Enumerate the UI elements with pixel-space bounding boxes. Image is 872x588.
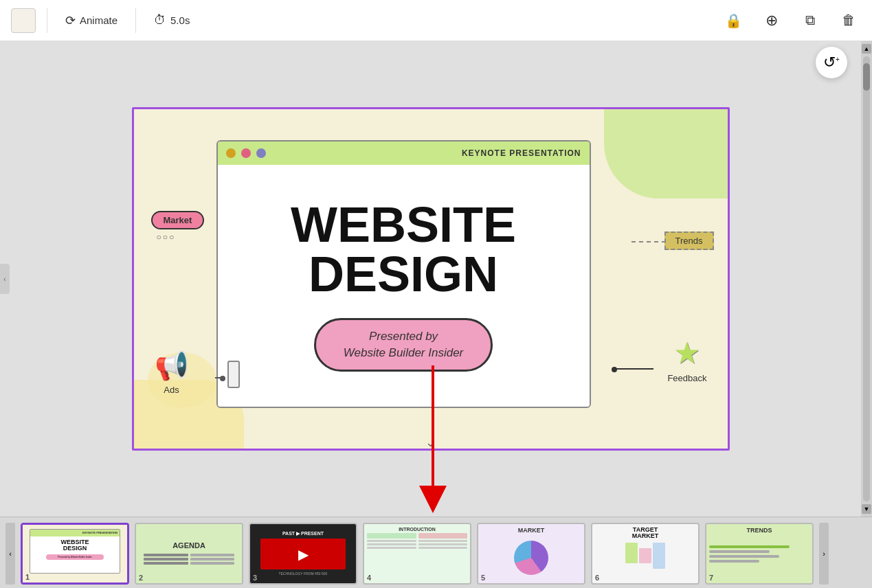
- thumb-num-3: 3: [253, 574, 257, 582]
- annotation-market: Market ○○○: [151, 211, 205, 242]
- ads-label: Ads: [164, 385, 179, 395]
- thumb-num-2: 2: [139, 574, 143, 582]
- ads-dot: [220, 376, 225, 381]
- thumbnail-4[interactable]: INTRODUCTION 4: [363, 523, 471, 585]
- scroll-track[interactable]: [863, 56, 870, 501]
- thumbnail-6[interactable]: TARGETMARKET 6: [591, 523, 700, 585]
- duration-label: 5.0s: [170, 14, 190, 26]
- left-panel-toggle[interactable]: ‹: [0, 264, 10, 294]
- lock-icon: 🔒: [725, 12, 742, 29]
- browser-dot-purple: [256, 148, 266, 158]
- small-rect: [227, 361, 240, 388]
- duplicate-button[interactable]: ⧉: [798, 8, 823, 33]
- svg-marker-1: [419, 486, 447, 513]
- clock-icon: ⏱: [154, 13, 166, 27]
- left-chevron-icon: ‹: [3, 275, 5, 283]
- market-label: Market: [151, 211, 205, 229]
- slide-canvas[interactable]: Market ○○○ Trends KEYNOTE PRESENTATION: [132, 107, 730, 451]
- scroll-up-arrow[interactable]: ▲: [862, 44, 871, 54]
- browser-titlebar: KEYNOTE PRESENTATION: [218, 142, 590, 165]
- trends-connector: [631, 241, 666, 242]
- add-slide-button[interactable]: ⊕: [759, 8, 784, 33]
- market-dots: ○○○: [151, 232, 176, 242]
- trash-icon: 🗑: [842, 12, 856, 28]
- blob-decoration-top-right: [604, 109, 728, 199]
- slide-main-title: WEBSITE DESIGN: [291, 200, 516, 299]
- divider: [47, 8, 47, 33]
- add-icon: ⊕: [765, 12, 778, 30]
- annotation-trends: Trends: [664, 231, 714, 250]
- browser-content: WEBSITE DESIGN Presented byWebsite Build…: [218, 165, 590, 407]
- thumb-num-4: 4: [367, 574, 371, 582]
- feedback-dot: [612, 367, 617, 372]
- star-icon: ★: [673, 335, 700, 370]
- duration-button[interactable]: ⏱ 5.0s: [147, 9, 197, 32]
- thumbnail-7[interactable]: TRENDS 7: [705, 523, 814, 585]
- chevron-down-icon[interactable]: ⌄: [425, 435, 436, 450]
- thumbnail-strip: ‹ KEYNOTE PRESENTATION WEBSITEDESIGN Pre…: [0, 517, 872, 588]
- feedback-label: Feedback: [667, 373, 706, 383]
- scroll-thumb[interactable]: [863, 63, 870, 91]
- lock-button[interactable]: 🔒: [721, 8, 746, 33]
- slide-subtitle: Presented byWebsite Builder Insider: [314, 318, 493, 372]
- thumb-num-1: 1: [25, 573, 30, 581]
- browser-title: KEYNOTE PRESENTATION: [462, 148, 581, 158]
- annotation-ads: 📢 Ads: [155, 350, 189, 395]
- browser-dot-yellow: [226, 148, 236, 158]
- divider2: [135, 8, 136, 33]
- delete-button[interactable]: 🗑: [836, 8, 861, 33]
- browser-window: KEYNOTE PRESENTATION WEBSITE DESIGN Pres…: [216, 140, 591, 408]
- animate-label: Animate: [80, 14, 118, 26]
- thumbnail-5[interactable]: MARKET 5: [477, 523, 585, 585]
- canvas-area: ↺+ Market ○○○ Trends: [0, 41, 861, 517]
- main-area: ‹ ↺+ Market ○○○ Trends: [0, 41, 872, 517]
- toolbar: ⟳ Animate ⏱ 5.0s 🔒 ⊕ ⧉ 🗑: [0, 0, 872, 41]
- duplicate-icon: ⧉: [805, 12, 815, 28]
- color-swatch[interactable]: [11, 8, 36, 33]
- megaphone-icon: 📢: [155, 350, 189, 382]
- thumb-num-7: 7: [709, 574, 713, 582]
- trends-label: Trends: [664, 231, 714, 250]
- scroll-down-arrow[interactable]: ▼: [862, 504, 871, 514]
- strip-scroll-right[interactable]: ›: [819, 523, 829, 585]
- thumbnail-3[interactable]: PAST ▶ PRESENT ▶ TECHNOLOGY FROM 450-500…: [249, 523, 357, 585]
- refresh-button[interactable]: ↺+: [816, 47, 847, 78]
- annotation-feedback: ★ Feedback: [667, 335, 706, 383]
- thumb-num-6: 6: [595, 574, 599, 582]
- animate-icon: ⟳: [65, 13, 76, 28]
- browser-dot-pink: [241, 148, 251, 158]
- thumbnail-1[interactable]: KEYNOTE PRESENTATION WEBSITEDESIGN Prese…: [21, 523, 129, 585]
- thumb-num-5: 5: [481, 574, 485, 582]
- refresh-icon: ↺+: [823, 54, 840, 71]
- toolbar-right: 🔒 ⊕ ⧉ 🗑: [721, 8, 861, 33]
- vertical-scrollbar[interactable]: ▲ ▼: [861, 41, 872, 517]
- title-line1: WEBSITE: [291, 200, 516, 249]
- animate-button[interactable]: ⟳ Animate: [58, 9, 124, 32]
- thumbnail-2[interactable]: AGENDA 2: [135, 523, 243, 585]
- feedback-line: [616, 368, 653, 370]
- strip-scroll-left[interactable]: ‹: [5, 523, 15, 585]
- title-line2: DESIGN: [291, 249, 516, 299]
